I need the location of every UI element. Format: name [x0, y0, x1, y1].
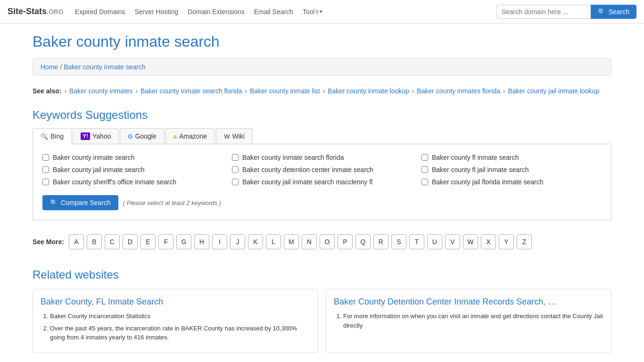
tool-badge: 9: [316, 9, 319, 15]
breadcrumb-home[interactable]: Home: [41, 63, 58, 71]
amazone-icon: a: [173, 133, 177, 140]
see-also-chevron-4: ›: [323, 87, 327, 95]
related-card-1-title[interactable]: Baker County, FL Inmate Search: [41, 297, 310, 307]
alpha-W[interactable]: W: [463, 234, 478, 249]
keyword-item-9[interactable]: Baker county jail florida inmate search: [421, 178, 602, 186]
keyword-item-5[interactable]: Baker county detention center inmate sea…: [232, 166, 412, 173]
alpha-I[interactable]: I: [212, 234, 227, 249]
alpha-U[interactable]: U: [427, 234, 442, 249]
alpha-P[interactable]: P: [338, 234, 353, 249]
see-also-link-3[interactable]: Baker county inmate list: [250, 87, 320, 95]
nav-expired-domains[interactable]: Expired Domains: [75, 8, 125, 16]
nav-server-hosting[interactable]: Server Hosting: [134, 8, 178, 16]
see-also-link-5[interactable]: Baker county inmates florida: [417, 87, 500, 95]
list-item: For more information on when you can vis…: [343, 312, 603, 330]
related-card-2: Baker County Detention Center Inmate Rec…: [326, 289, 611, 353]
alpha-J[interactable]: J: [230, 234, 245, 249]
alpha-B[interactable]: B: [87, 234, 102, 249]
alpha-S[interactable]: S: [391, 234, 406, 249]
see-also-link-1[interactable]: Baker county inmates: [69, 87, 133, 95]
keyword-item-7[interactable]: Baker county sheriff's office inmate sea…: [42, 178, 223, 186]
nav-links: Expired Domains Server Hosting Domain Ex…: [75, 8, 485, 16]
keyword-checkbox-3[interactable]: [421, 154, 428, 161]
alpha-O[interactable]: O: [320, 234, 335, 249]
alpha-Y[interactable]: Y: [499, 234, 514, 249]
keywords-grid: Baker county inmate search Baker county …: [42, 154, 602, 186]
keyword-checkbox-6[interactable]: [421, 166, 428, 173]
navbar: Site-Stats.ORG Expired Domains Server Ho…: [0, 0, 644, 24]
see-also-link-4[interactable]: Baker county inmate lookup: [328, 87, 409, 95]
keywords-tabs: 🔍 Bing Y! Yahoo G Google a Amazone W Wik…: [33, 128, 611, 144]
tool-dropdown-icon: ▾: [320, 8, 322, 15]
keyword-checkbox-2[interactable]: [232, 154, 239, 161]
see-also-label: See also:: [33, 87, 61, 95]
keyword-checkbox-4[interactable]: [42, 166, 49, 173]
alpha-C[interactable]: C: [105, 234, 120, 249]
see-also-chevron-2: ›: [135, 87, 140, 95]
keyword-item-1[interactable]: Baker county inmate search: [42, 154, 223, 161]
alpha-Z[interactable]: Z: [517, 234, 532, 249]
alpha-A[interactable]: A: [69, 234, 84, 249]
see-also-chevron-6: ›: [503, 87, 507, 95]
nav-tool[interactable]: Tool 9 ▾: [303, 8, 322, 16]
related-title: Related websites: [33, 268, 611, 281]
keyword-item-3[interactable]: Baker county fl inmate search: [421, 154, 602, 161]
keyword-checkbox-7[interactable]: [42, 179, 49, 185]
related-card-2-title[interactable]: Baker County Detention Center Inmate Rec…: [334, 297, 603, 307]
keyword-item-2[interactable]: Baker county inmate search florida: [232, 154, 412, 161]
breadcrumb-current: Baker county inmate search: [64, 63, 146, 71]
alpha-Q[interactable]: Q: [355, 234, 371, 249]
keyword-item-8[interactable]: Baker county jail inmate search macclenn…: [232, 178, 412, 186]
yahoo-icon: Y!: [81, 132, 90, 140]
keywords-box: Baker county inmate search Baker county …: [33, 144, 611, 220]
related-card-1-list: Baker County Incarceration Statistics Ov…: [41, 312, 310, 342]
alpha-X[interactable]: X: [481, 234, 496, 249]
see-also-link-2[interactable]: Baker county inmate search florida: [140, 87, 242, 95]
related-card-1: Baker County, FL Inmate Search Baker Cou…: [33, 289, 318, 353]
alpha-H[interactable]: H: [194, 234, 209, 249]
bing-icon: 🔍: [41, 133, 48, 140]
alpha-T[interactable]: T: [409, 234, 424, 249]
see-more-bar: See More: A B C D E F G H I J K L M N O …: [33, 234, 611, 249]
tab-wiki[interactable]: W Wiki: [216, 128, 253, 144]
tab-google[interactable]: G Google: [120, 128, 164, 144]
keyword-item-6[interactable]: Baker county fl jail inmate search: [421, 166, 602, 173]
compare-search-icon: 🔍: [50, 199, 58, 206]
search-icon: 🔍: [598, 8, 606, 16]
search-input[interactable]: [496, 5, 591, 19]
alpha-L[interactable]: L: [266, 234, 281, 249]
nav-domain-extensions[interactable]: Domain Extensions: [188, 8, 245, 16]
alpha-G[interactable]: G: [176, 234, 191, 249]
alpha-D[interactable]: D: [123, 234, 138, 249]
compare-row: 🔍 Compare Search ( Please select at leas…: [42, 195, 602, 210]
nav-email-search[interactable]: Email Search: [254, 8, 293, 16]
main-content: Baker county inmate search Home / Baker …: [25, 24, 619, 362]
tab-yahoo[interactable]: Y! Yahoo: [73, 128, 119, 144]
tab-bing[interactable]: 🔍 Bing: [33, 128, 72, 144]
tab-amazone[interactable]: a Amazone: [165, 128, 215, 144]
list-item: Over the past 45 years, the incarceratio…: [50, 324, 310, 342]
compare-search-button[interactable]: 🔍 Compare Search: [42, 195, 118, 210]
breadcrumb: Home / Baker county inmate search: [33, 58, 611, 76]
alpha-R[interactable]: R: [373, 234, 388, 249]
alpha-K[interactable]: K: [248, 234, 263, 249]
keyword-checkbox-9[interactable]: [421, 179, 428, 185]
breadcrumb-separator: /: [60, 63, 62, 71]
keyword-checkbox-5[interactable]: [232, 166, 239, 173]
alpha-V[interactable]: V: [445, 234, 460, 249]
keyword-checkbox-8[interactable]: [232, 179, 239, 185]
keyword-item-4[interactable]: Baker county jail inmate search: [42, 166, 223, 173]
see-more-label: See More:: [33, 238, 64, 246]
related-card-2-list: For more information on when you can vis…: [334, 312, 603, 330]
alpha-E[interactable]: E: [140, 234, 156, 249]
alpha-N[interactable]: N: [302, 234, 317, 249]
alpha-M[interactable]: M: [284, 234, 299, 249]
alpha-F[interactable]: F: [158, 234, 173, 249]
site-brand[interactable]: Site-Stats.ORG: [8, 7, 64, 16]
search-button[interactable]: 🔍 Search: [591, 5, 636, 19]
see-also: See also: › Baker county inmates › Baker…: [33, 85, 611, 97]
keyword-checkbox-1[interactable]: [42, 154, 49, 161]
see-also-chevron-3: ›: [245, 87, 249, 95]
see-also-link-6[interactable]: Baker county jail inmate lookup: [508, 87, 599, 95]
search-form: 🔍 Search: [496, 5, 636, 19]
